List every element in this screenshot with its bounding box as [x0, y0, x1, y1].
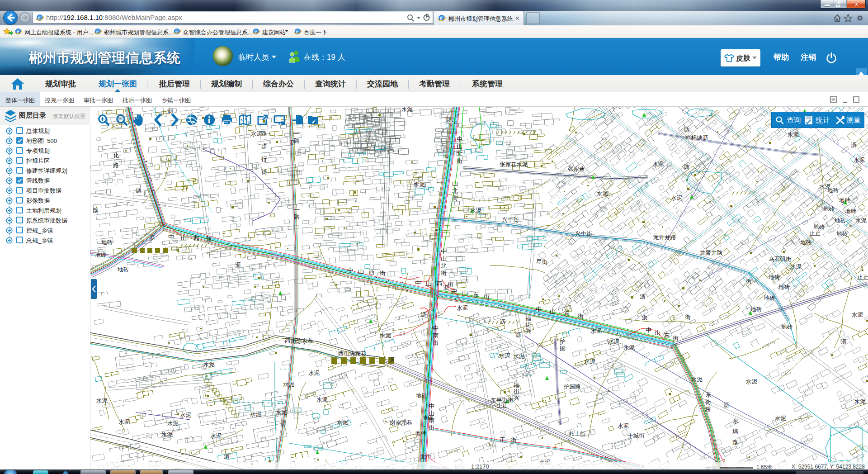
svg-text:东: 东: [732, 417, 738, 424]
svg-text:地砖: 地砖: [800, 239, 812, 246]
svg-text:水泥: 水泥: [316, 397, 328, 403]
svg-text:水泥: 水泥: [691, 376, 703, 383]
svg-text:街: 街: [457, 157, 462, 164]
svg-text:东: 东: [564, 310, 570, 317]
svg-text:水泥: 水泥: [167, 420, 179, 427]
svg-text:地砖: 地砖: [823, 206, 835, 212]
svg-text:水泥: 水泥: [852, 312, 863, 318]
svg-text:e: e: [96, 28, 99, 34]
svg-text:街: 街: [525, 321, 531, 328]
svg-text:街: 街: [448, 281, 453, 288]
svg-text:地砖: 地砖: [750, 306, 762, 313]
svg-text:水泥: 水泥: [590, 328, 602, 334]
svg-text:水泥: 水泥: [618, 423, 629, 429]
svg-text:水泥: 水泥: [470, 208, 482, 214]
svg-text:西: 西: [437, 280, 443, 287]
svg-text:一: 一: [294, 130, 300, 137]
svg-text:e: e: [17, 28, 19, 34]
svg-text:沥: 沥: [841, 339, 847, 345]
svg-text:北: 北: [452, 187, 458, 194]
svg-text:国: 国: [560, 345, 566, 352]
svg-text:北: 北: [457, 150, 462, 157]
svg-text:张家巷水泥: 张家巷水泥: [500, 161, 528, 168]
svg-text:兴中街: 兴中街: [575, 231, 592, 237]
svg-text:兴: 兴: [514, 394, 519, 401]
svg-text:西: 西: [193, 235, 199, 242]
svg-text:张家巷: 张家巷: [568, 166, 585, 172]
svg-text:中: 中: [457, 136, 462, 142]
svg-text:沥: 沥: [723, 402, 729, 408]
svg-text:沥: 沥: [684, 163, 689, 170]
svg-text:水泥: 水泥: [623, 345, 635, 351]
svg-text:街: 街: [578, 313, 584, 319]
svg-text:沥: 沥: [280, 420, 286, 427]
svg-text:中: 中: [429, 403, 434, 409]
svg-text:水泥: 水泥: [276, 409, 288, 416]
svg-text:街: 街: [452, 194, 458, 201]
svg-text:路: 路: [206, 236, 212, 243]
svg-text:山: 山: [452, 180, 458, 187]
svg-text:护国路: 护国路: [563, 384, 581, 390]
svg-text:水泥: 水泥: [308, 370, 320, 376]
svg-text:地砖: 地砖: [101, 239, 113, 246]
svg-text:地砖: 地砖: [769, 274, 780, 280]
svg-text:水泥: 水泥: [671, 195, 683, 201]
svg-text:水泥: 水泥: [118, 419, 130, 425]
svg-text:东: 东: [473, 291, 479, 298]
svg-text:水泥: 水泥: [203, 361, 215, 368]
svg-text:北: 北: [441, 262, 447, 269]
svg-text:e: e: [175, 28, 178, 34]
svg-text:山: 山: [655, 329, 660, 336]
svg-text:沥: 沥: [167, 108, 173, 114]
svg-text:中: 中: [451, 288, 457, 294]
svg-text:沥: 沥: [684, 126, 689, 133]
svg-text:栏杆塘沥: 栏杆塘沥: [685, 135, 708, 141]
svg-text:步: 步: [261, 143, 267, 150]
svg-text:福: 福: [513, 382, 519, 389]
svg-text:山: 山: [429, 410, 434, 417]
svg-text:沥: 沥: [149, 235, 155, 241]
svg-text:街: 街: [441, 270, 447, 276]
svg-text:水泥: 水泥: [210, 433, 222, 439]
svg-text:e: e: [38, 14, 41, 21]
svg-text:一: 一: [294, 206, 300, 213]
svg-text:街: 街: [673, 335, 679, 341]
svg-text:谢家坪巷: 谢家坪巷: [390, 420, 412, 426]
svg-text:水泥: 水泥: [584, 359, 596, 365]
svg-text:地砖: 地砖: [416, 393, 428, 399]
svg-text:地砖: 地砖: [845, 208, 857, 214]
svg-text:沥: 沥: [224, 453, 230, 460]
svg-text:路: 路: [261, 130, 267, 137]
svg-text:水泥: 水泥: [775, 415, 787, 422]
svg-text:水泥: 水泥: [283, 381, 295, 388]
svg-text:水泥: 水泥: [513, 353, 525, 360]
svg-text:水泥: 水泥: [746, 379, 758, 385]
svg-text:干城街: 干城街: [627, 432, 645, 439]
svg-text:水泥: 水泥: [499, 353, 511, 359]
svg-text:墙: 墙: [732, 428, 738, 435]
svg-text:中: 中: [168, 233, 174, 240]
svg-text:水泥: 水泥: [788, 132, 799, 138]
svg-text:山: 山: [358, 268, 364, 275]
svg-text:街: 街: [746, 278, 752, 284]
svg-text:中: 中: [347, 267, 353, 274]
svg-text:地砖: 地砖: [813, 224, 825, 230]
svg-text:护: 护: [559, 338, 566, 345]
svg-text:正一街: 正一街: [500, 437, 517, 443]
svg-text:街: 街: [261, 168, 267, 175]
svg-text:水泥: 水泥: [161, 431, 173, 438]
svg-text:地砖: 地砖: [95, 252, 107, 258]
svg-text:路: 路: [732, 439, 738, 446]
svg-text:水泥: 水泥: [180, 412, 192, 418]
svg-text:e: e: [255, 28, 257, 34]
svg-text:南: 南: [433, 332, 439, 339]
svg-text:山: 山: [550, 308, 556, 315]
svg-text:e: e: [296, 28, 298, 34]
svg-text:山: 山: [426, 280, 432, 287]
svg-text:路: 路: [294, 137, 300, 144]
svg-text:路: 路: [93, 208, 99, 214]
svg-text:兴中街: 兴中街: [502, 217, 519, 223]
svg-text:水泥: 水泥: [337, 419, 349, 426]
svg-text:地砖: 地砖: [836, 231, 848, 237]
svg-text:沥: 沥: [420, 312, 426, 318]
